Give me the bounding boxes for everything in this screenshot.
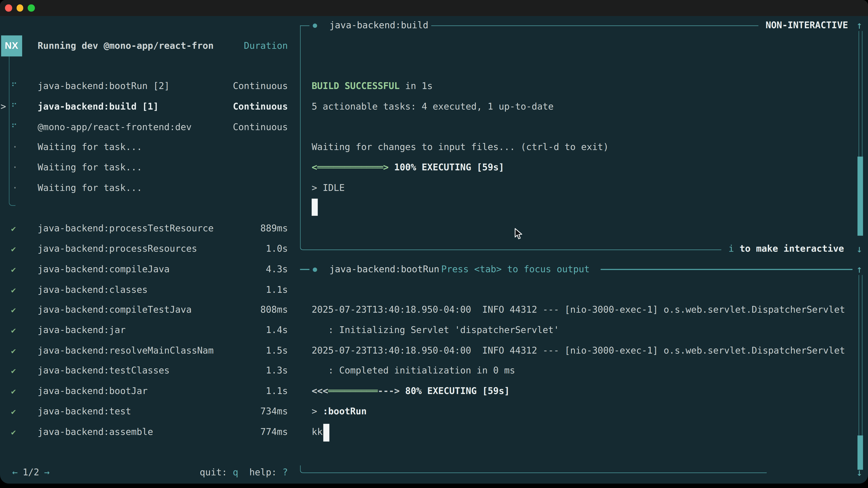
task-row[interactable]: java-backend:testClasses bbox=[38, 364, 170, 377]
task-duration: 1.3s bbox=[266, 364, 288, 377]
task-row-waiting: Waiting for task... bbox=[38, 182, 142, 195]
page-prev-icon[interactable]: ← bbox=[12, 467, 18, 478]
task-row[interactable]: java-backend:processResources bbox=[38, 242, 197, 256]
stdin-input-text[interactable]: kk bbox=[312, 425, 323, 439]
log-line: 2025-07-23T13:40:18.950-04:00 INFO 44312… bbox=[312, 303, 845, 317]
task-row[interactable]: java-backend:compileTestJava bbox=[38, 303, 192, 317]
spinner-icon: ⠋ bbox=[11, 121, 17, 134]
progress-prefix: <<< bbox=[312, 386, 328, 396]
close-button-icon[interactable] bbox=[5, 4, 12, 11]
pager: ←1/2→ bbox=[12, 466, 50, 479]
progress-suffix: ---> bbox=[378, 386, 400, 396]
task-status: Continuous bbox=[233, 121, 288, 134]
nx-logo: NX bbox=[1, 35, 22, 57]
title-bar bbox=[0, 0, 868, 16]
help-label: help: bbox=[249, 467, 277, 478]
task-row-waiting: Waiting for task... bbox=[38, 161, 142, 174]
keybind-hints: quit:qhelp:? bbox=[200, 466, 288, 479]
terminal-window-stage: NX Running dev @mono-app/react-fron Dura… bbox=[0, 0, 868, 488]
minimize-button-icon[interactable] bbox=[16, 4, 23, 11]
task-duration: 1.1s bbox=[266, 283, 288, 297]
build-panel-title[interactable]: java-backend:build bbox=[329, 19, 428, 32]
scroll-down-icon[interactable]: ↓ bbox=[857, 242, 863, 256]
selected-marker-icon: > bbox=[0, 100, 6, 113]
focus-output-hint: Press <tab> to focus output bbox=[441, 263, 590, 276]
progress-label: 80% EXECUTING [59s] bbox=[405, 386, 510, 396]
mouse-cursor-icon bbox=[514, 228, 523, 240]
tasks-summary-line: 5 actionable tasks: 4 executed, 1 up-to-… bbox=[312, 100, 554, 113]
page-indicator: 1/2 bbox=[23, 467, 39, 478]
check-icon: ✔ bbox=[11, 344, 16, 357]
spinner-icon: ⠋ bbox=[11, 80, 17, 93]
scroll-up-icon[interactable]: ↑ bbox=[857, 263, 863, 276]
task-duration: 1.1s bbox=[266, 385, 288, 398]
progress-label: 100% EXECUTING [59s] bbox=[394, 162, 504, 173]
task-row[interactable]: java-backend:processTestResource bbox=[38, 222, 214, 235]
scroll-up-icon[interactable]: ↑ bbox=[857, 19, 863, 32]
bootrun-panel-title[interactable]: java-backend:bootRun bbox=[329, 263, 439, 276]
check-icon: ✔ bbox=[11, 263, 16, 276]
bootrun-panel-title-rule bbox=[600, 269, 852, 270]
waiting-dot-icon: · bbox=[12, 161, 18, 174]
task-row[interactable]: java-backend:resolveMainClassNam bbox=[38, 344, 214, 357]
check-icon: ✔ bbox=[11, 222, 16, 235]
build-panel-title-rule bbox=[431, 25, 758, 26]
build-time-text: in 1s bbox=[400, 81, 433, 92]
task-duration: 774ms bbox=[260, 425, 288, 439]
page-next-icon[interactable]: → bbox=[44, 467, 50, 478]
task-row[interactable]: java-backend:compileJava bbox=[38, 263, 170, 276]
interactive-hint-text: to make interactive bbox=[740, 243, 844, 254]
prompt-command: :bootRun bbox=[322, 406, 367, 417]
task-row-frontend-dev[interactable]: @mono-app/react-frontend:dev bbox=[38, 121, 192, 134]
build-successful-text: BUILD SUCCESSFUL bbox=[312, 81, 400, 92]
terminal-cursor bbox=[312, 199, 318, 216]
task-duration: 889ms bbox=[260, 222, 288, 235]
check-icon: ✔ bbox=[11, 242, 16, 256]
prompt-marker: > bbox=[312, 406, 323, 417]
task-row[interactable]: java-backend:assemble bbox=[38, 425, 153, 439]
waiting-for-changes-line: Waiting for changes to input files... (c… bbox=[312, 140, 609, 154]
task-duration: 1.5s bbox=[266, 344, 288, 357]
non-interactive-badge: NON-INTERACTIVE bbox=[766, 19, 848, 32]
idle-line: > IDLE bbox=[312, 182, 345, 195]
progress-bar: <════════════> bbox=[312, 162, 389, 173]
bootrun-panel-border-stub bbox=[300, 269, 309, 270]
task-row-build-selected[interactable]: java-backend:build [1] bbox=[38, 100, 159, 113]
task-row[interactable]: java-backend:jar bbox=[38, 324, 126, 337]
task-status: Continuous bbox=[233, 80, 288, 93]
build-scrollbar-track[interactable] bbox=[859, 31, 862, 157]
check-icon: ✔ bbox=[11, 303, 16, 317]
interactive-hint: ito make interactive bbox=[728, 242, 844, 256]
task-duration: 4.3s bbox=[266, 263, 288, 276]
sidebar-title: Running dev @mono-app/react-fron bbox=[38, 39, 214, 53]
zoom-button-icon[interactable] bbox=[28, 4, 35, 11]
bootrun-scrollbar-thumb[interactable] bbox=[857, 435, 863, 470]
task-row[interactable]: java-backend:classes bbox=[38, 283, 148, 297]
spinner-icon: ⠋ bbox=[11, 100, 17, 113]
check-icon: ✔ bbox=[11, 364, 16, 377]
task-row[interactable]: java-backend:bootJar bbox=[38, 385, 148, 398]
check-icon: ✔ bbox=[11, 385, 16, 398]
task-row-bootrun[interactable]: java-backend:bootRun [2] bbox=[38, 80, 170, 93]
quit-key: q bbox=[233, 467, 238, 478]
log-line: : Completed initialization in 0 ms bbox=[312, 364, 515, 377]
bootrun-progress-line: <<<═════════--->80% EXECUTING [59s] bbox=[312, 385, 510, 398]
terminal-cursor bbox=[323, 424, 329, 442]
build-status-line: BUILD SUCCESSFUL in 1s bbox=[312, 80, 433, 93]
check-icon: ✔ bbox=[11, 283, 16, 297]
build-scrollbar-thumb[interactable] bbox=[857, 157, 863, 236]
task-row[interactable]: java-backend:test bbox=[38, 405, 131, 418]
panel-bullet-icon: ● bbox=[313, 263, 317, 276]
check-icon: ✔ bbox=[11, 405, 16, 418]
help-key: ? bbox=[282, 467, 288, 478]
duration-column-header: Duration bbox=[244, 39, 288, 53]
bootrun-scrollbar-track[interactable] bbox=[859, 275, 862, 435]
check-icon: ✔ bbox=[11, 324, 16, 337]
task-duration: 734ms bbox=[260, 405, 288, 418]
task-duration: 1.0s bbox=[266, 242, 288, 256]
waiting-dot-icon: · bbox=[12, 140, 18, 154]
terminal-window: NX Running dev @mono-app/react-fron Dura… bbox=[0, 0, 868, 484]
progress-bar: ═════════ bbox=[328, 386, 378, 396]
panel-bullet-icon: ● bbox=[313, 19, 317, 32]
build-progress-line: <════════════>100% EXECUTING [59s] bbox=[312, 161, 504, 174]
